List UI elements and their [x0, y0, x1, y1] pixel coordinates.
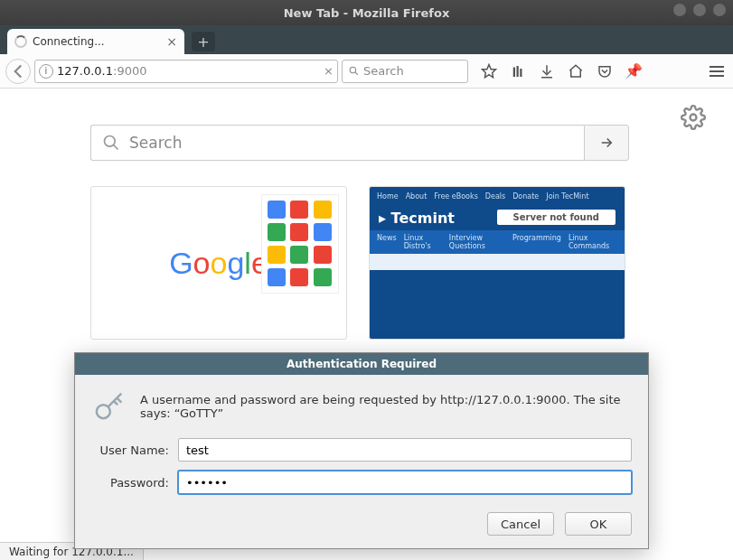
svg-point-0 [350, 67, 356, 73]
google-logo-icon: Google [169, 246, 268, 281]
downloads-icon[interactable] [539, 63, 555, 79]
close-tab-icon[interactable]: × [166, 34, 177, 49]
maximize-button[interactable] [693, 4, 706, 16]
browser-tab[interactable]: Connecting... × [7, 29, 184, 54]
bookmark-star-icon[interactable] [481, 63, 497, 79]
pocket-icon[interactable] [597, 63, 613, 79]
navigation-toolbar: i 127.0.0.1:9000 × Search 📌 [0, 54, 733, 89]
svg-rect-4 [517, 66, 519, 77]
window-controls [673, 4, 726, 16]
ok-button[interactable]: OK [565, 512, 632, 536]
svg-point-7 [105, 136, 116, 147]
tecmint-brand: ▸ Tecmint Server not found [370, 206, 625, 230]
svg-rect-5 [520, 69, 522, 77]
google-apps-icon [261, 194, 339, 294]
url-port: :9000 [113, 64, 146, 78]
dialog-message: A username and password are being reques… [140, 387, 632, 427]
dialog-buttons: Cancel OK [75, 512, 648, 548]
auth-dialog: Authentication Required A username and p… [74, 352, 649, 549]
content-search-go-button[interactable] [584, 125, 629, 161]
content-search-input[interactable]: Search [90, 125, 584, 161]
tab-label: Connecting... [33, 35, 105, 48]
content-search-row: Search [90, 125, 629, 161]
content-search-placeholder: Search [129, 134, 182, 152]
password-input[interactable] [178, 471, 632, 494]
server-not-found-badge: Server not found [497, 210, 616, 225]
window-title: New Tab - Mozilla Firefox [284, 6, 450, 20]
password-label: Password: [91, 476, 169, 490]
menu-button[interactable] [710, 66, 724, 77]
svg-rect-3 [513, 67, 515, 77]
svg-line-23 [114, 401, 117, 405]
pinterest-icon[interactable]: 📌 [625, 63, 642, 79]
content-area: Search Google HomeAboutFree eBooksDealsD… [0, 89, 733, 560]
svg-line-8 [114, 145, 118, 150]
toolbar-icons: 📌 [481, 63, 642, 79]
newtab-settings-icon[interactable] [681, 105, 706, 134]
home-icon[interactable] [568, 63, 584, 79]
minimize-button[interactable] [673, 4, 686, 16]
tile-tecmint[interactable]: HomeAboutFree eBooksDealsDonateJoin TecM… [369, 186, 625, 340]
search-icon [102, 134, 120, 152]
tile-google[interactable]: Google [90, 186, 347, 340]
toolbar-search-placeholder: Search [363, 64, 404, 78]
tab-strip: Connecting... × + [0, 25, 733, 54]
username-input[interactable] [178, 438, 632, 462]
arrow-right-icon [598, 135, 615, 151]
search-icon [348, 65, 360, 77]
svg-line-22 [117, 398, 121, 403]
svg-point-6 [691, 115, 697, 121]
url-host: 127.0.0.1 [57, 64, 113, 78]
tecmint-nav: NewsLinux Distro'sInterview QuestionsPro… [370, 230, 625, 254]
tecmint-subbar [370, 254, 625, 270]
toolbar-search[interactable]: Search [342, 60, 468, 83]
svg-marker-2 [483, 64, 496, 77]
new-tab-button[interactable]: + [192, 32, 215, 51]
tecmint-topnav: HomeAboutFree eBooksDealsDonateJoin TecM… [370, 187, 625, 206]
svg-line-1 [355, 72, 358, 75]
username-label: User Name: [91, 443, 169, 457]
cancel-button[interactable]: Cancel [487, 512, 554, 536]
back-button[interactable] [5, 59, 31, 84]
key-icon [91, 387, 127, 427]
url-bar[interactable]: i 127.0.0.1:9000 × [34, 60, 338, 83]
library-icon[interactable] [510, 63, 526, 79]
window-titlebar: New Tab - Mozilla Firefox [0, 0, 733, 25]
loading-spinner-icon [14, 35, 27, 48]
dialog-form: User Name: Password: [75, 433, 648, 512]
clear-url-icon[interactable]: × [324, 64, 334, 78]
site-info-icon[interactable]: i [39, 64, 53, 79]
dialog-title: Authentication Required [75, 353, 648, 375]
close-window-button[interactable] [713, 4, 726, 16]
